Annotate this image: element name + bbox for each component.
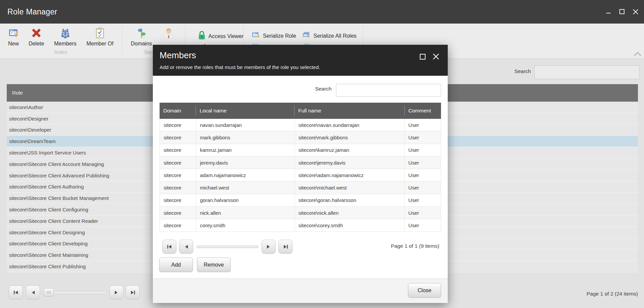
cell-comment: User [404,157,441,169]
close-button[interactable]: Close [408,283,441,298]
cell-comment: User [404,144,441,156]
cell-full-name: sitecore\corey.smith [295,219,405,231]
cell-full-name: sitecore\nick.allen [295,207,405,219]
next-page-button[interactable] [109,285,124,300]
pager-slider-track[interactable] [196,245,259,248]
toolbar-button-label: New [3,41,24,47]
cell-local-name: michael.west [196,181,295,194]
toolbar-button-label: Access Viewer [208,33,244,39]
last-page-button[interactable] [126,285,140,300]
collapse-ribbon-icon[interactable] [634,51,642,57]
cell-full-name: sitecore\navan.sundarrajan [295,119,405,131]
previous-page-button[interactable] [26,285,40,300]
cell-comment: User [404,219,441,231]
close-window-icon[interactable] [633,9,639,15]
table-row[interactable]: sitecorekamruz.jamansitecore\kamruz.jama… [160,144,441,157]
toolbar-button-label: Domains [129,41,154,47]
signpost-icon [135,27,147,39]
dialog-search-label: Search [315,86,332,92]
cell-local-name: corey.smith [196,219,295,231]
toolbar-button-label: Serialize Role [263,33,296,39]
cell-local-name: nick.allen [196,207,295,219]
cell-domain: sitecore [160,157,196,169]
main-search-input[interactable] [534,65,640,79]
maximize-icon[interactable] [619,9,625,15]
table-row[interactable]: sitecoremichael.westsitecore\michael.wes… [160,181,441,194]
cell-comment: User [404,169,441,181]
dialog-close-icon[interactable] [432,53,440,60]
title-bar: Role Manager [0,0,644,24]
remove-button[interactable]: Remove [197,258,231,272]
toolbar-button-label: Serialize All Roles [313,33,357,39]
next-page-button[interactable] [262,240,276,254]
dialog-subtitle: Add or remove the roles that must be mem… [160,64,320,70]
dialog-title: Members [160,50,196,61]
cell-full-name: sitecore\kamruz.jaman [295,144,405,156]
column-header-role: Role [12,90,23,96]
member-of-button[interactable]: Member Of [85,27,115,47]
table-row[interactable]: sitecoregoran.halvarssonsitecore\goran.h… [160,194,441,207]
table-row[interactable]: sitecorecorey.smithsitecore\corey.smithU… [160,219,441,232]
new-document-icon [7,27,20,39]
dialog-header: Members Add or remove the roles that mus… [153,45,448,76]
members-table: Domain Local name Full name Comment site… [160,103,441,232]
cell-domain: sitecore [160,181,196,194]
pager-slider-handle[interactable] [44,288,54,297]
cell-comment: User [404,119,441,131]
delete-icon [30,27,42,39]
minimize-icon[interactable] [606,9,612,15]
access-viewer-button[interactable]: Access Viewer [198,31,244,41]
toolbar-button-label: Member Of [85,41,115,47]
table-row[interactable]: sitecoremark.gibbonssitecore\mark.gibbon… [160,131,441,144]
members-people-icon [59,27,71,39]
table-row[interactable]: sitecoreadam.najamanowiczsitecore\adam.n… [160,169,441,181]
main-search-label: Search [514,68,531,74]
toolbar-separator [122,26,122,55]
dialog-maximize-icon[interactable] [420,54,426,60]
new-button[interactable]: New [3,27,24,47]
roles-pager-status: Page 1 of 2 (24 items) [587,291,638,297]
window-controls [606,0,639,24]
serialize-all-roles-button[interactable]: Serialize All Roles [302,32,357,40]
domains-button[interactable]: Domains [129,27,154,47]
column-header-local-name[interactable]: Local name [196,106,294,116]
cell-comment: User [404,194,441,206]
cell-local-name: jeremy.davis [196,157,295,169]
cell-local-name: mark.gibbons [196,131,295,143]
users-button[interactable] [160,27,177,39]
cell-full-name: sitecore\goran.halvarsson [295,194,405,206]
window-title: Role Manager [7,7,57,16]
dialog-search-input[interactable] [336,84,441,97]
add-button[interactable]: Add [159,258,193,272]
last-page-button[interactable] [278,240,293,254]
table-row[interactable]: sitecorenavan.sundarrajansitecore\navan.… [160,119,441,131]
cell-domain: sitecore [160,131,196,143]
table-row[interactable]: sitecorenick.allensitecore\nick.allenUse… [160,207,441,219]
column-header-comment[interactable]: Comment [404,106,441,116]
cell-full-name: sitecore\michael.west [295,181,405,194]
roles-group-caption: Roles [42,49,79,55]
cell-local-name: navan.sundarrajan [196,119,295,131]
cell-local-name: kamruz.jaman [196,144,295,156]
cell-local-name: goran.halvarsson [196,194,295,206]
cell-full-name: sitecore\adam.najamanowicz [295,169,405,181]
user-person-icon [163,27,175,39]
toolbar-button-label: Delete [26,41,47,47]
members-button[interactable]: Members [52,27,78,47]
serialize-role-icon [252,32,260,40]
toolbar-button-label: Members [52,41,78,47]
members-pager-status: Page 1 of 1 (9 items) [391,243,439,249]
previous-page-button[interactable] [179,240,193,254]
serialize-role-button[interactable]: Serialize Role [252,32,296,40]
members-table-body: sitecorenavan.sundarrajansitecore\navan.… [160,119,441,232]
column-header-full-name[interactable]: Full name [294,106,404,116]
dialog-footer: Close [153,278,448,303]
cell-local-name: adam.najamanowicz [196,169,295,181]
column-header-domain[interactable]: Domain [160,106,196,116]
table-row[interactable]: sitecorejeremy.davissitecore\jeremy.davi… [160,157,441,169]
first-page-button[interactable] [9,285,23,300]
delete-button[interactable]: Delete [26,27,47,47]
first-page-button[interactable] [162,240,176,254]
cell-comment: User [404,131,441,143]
serialize-all-roles-icon [302,32,311,40]
